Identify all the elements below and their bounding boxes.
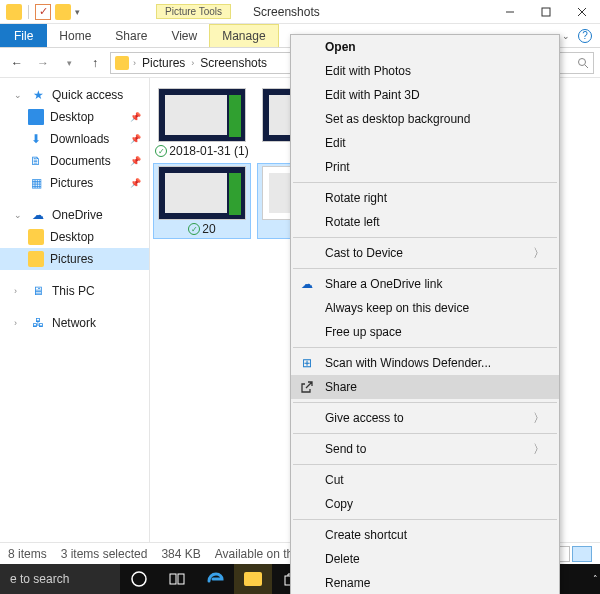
onedrive-desktop-node[interactable]: Desktop xyxy=(0,226,149,248)
search-placeholder: e to search xyxy=(10,572,69,586)
maximize-button[interactable] xyxy=(528,0,564,24)
chevron-right-icon[interactable]: › xyxy=(131,58,138,68)
ctx-open[interactable]: Open xyxy=(291,35,559,59)
onedrive-node[interactable]: ⌄☁OneDrive xyxy=(0,204,149,226)
ctx-cast-to-device[interactable]: Cast to Device〉 xyxy=(291,241,559,265)
new-folder-qat-icon[interactable] xyxy=(55,4,71,20)
taskbar-search[interactable]: e to search xyxy=(0,564,120,594)
context-menu: Open Edit with Photos Edit with Paint 3D… xyxy=(290,34,560,594)
ctx-give-access[interactable]: Give access to〉 xyxy=(291,406,559,430)
tray-overflow-icon[interactable]: ˄ xyxy=(593,574,598,584)
ctx-send-to[interactable]: Send to〉 xyxy=(291,437,559,461)
qat-dropdown-icon[interactable]: ▾ xyxy=(75,7,80,17)
ctx-create-shortcut[interactable]: Create shortcut xyxy=(291,523,559,547)
manage-tab[interactable]: Manage xyxy=(209,24,278,47)
ctx-copy[interactable]: Copy xyxy=(291,492,559,516)
pin-icon: 📌 xyxy=(130,134,141,144)
expand-ribbon-icon[interactable]: ⌄ xyxy=(562,31,570,41)
ctx-separator xyxy=(293,268,557,269)
ctx-separator xyxy=(293,402,557,403)
breadcrumb-screenshots[interactable]: Screenshots xyxy=(198,56,269,70)
search-icon xyxy=(577,57,589,69)
selection-size: 384 KB xyxy=(161,547,200,561)
sync-status-icon: ✓ xyxy=(188,223,200,235)
svg-rect-4 xyxy=(178,574,184,584)
ctx-separator xyxy=(293,519,557,520)
chevron-right-icon[interactable]: › xyxy=(189,58,196,68)
this-pc-node[interactable]: ›🖥This PC xyxy=(0,280,149,302)
shield-icon: ⊞ xyxy=(299,355,315,371)
pictures-node[interactable]: ▦Pictures📌 xyxy=(0,172,149,194)
cortana-icon[interactable] xyxy=(120,564,158,594)
svg-point-1 xyxy=(579,58,586,65)
home-tab[interactable]: Home xyxy=(47,24,103,47)
svg-rect-3 xyxy=(170,574,176,584)
network-node[interactable]: ›🖧Network xyxy=(0,312,149,334)
ctx-free-space[interactable]: Free up space xyxy=(291,320,559,344)
ctx-separator xyxy=(293,347,557,348)
up-button[interactable]: ↑ xyxy=(84,52,106,74)
window-buttons xyxy=(492,0,600,24)
ctx-rotate-right[interactable]: Rotate right xyxy=(291,186,559,210)
share-tab[interactable]: Share xyxy=(103,24,159,47)
ctx-edit[interactable]: Edit xyxy=(291,131,559,155)
ctx-separator xyxy=(293,237,557,238)
back-button[interactable]: ← xyxy=(6,52,28,74)
breadcrumb-pictures[interactable]: Pictures xyxy=(140,56,187,70)
ctx-separator xyxy=(293,433,557,434)
close-button[interactable] xyxy=(564,0,600,24)
forward-button[interactable]: → xyxy=(32,52,54,74)
ctx-rename[interactable]: Rename xyxy=(291,571,559,594)
ctx-edit-photos[interactable]: Edit with Photos xyxy=(291,59,559,83)
documents-node[interactable]: 🗎Documents📌 xyxy=(0,150,149,172)
folder-icon[interactable] xyxy=(6,4,22,20)
ctx-print[interactable]: Print xyxy=(291,155,559,179)
pin-icon: 📌 xyxy=(130,112,141,122)
view-tab[interactable]: View xyxy=(159,24,209,47)
downloads-node[interactable]: ⬇Downloads📌 xyxy=(0,128,149,150)
ctx-rotate-left[interactable]: Rotate left xyxy=(291,210,559,234)
ctx-share[interactable]: Share xyxy=(291,375,559,399)
file-name: 20 xyxy=(202,222,215,236)
quick-access-toolbar: ✓ ▾ xyxy=(0,0,86,23)
task-view-icon[interactable] xyxy=(158,564,196,594)
pin-icon: 📌 xyxy=(130,156,141,166)
folder-icon xyxy=(244,572,262,586)
tree-label: OneDrive xyxy=(52,208,103,222)
ctx-separator xyxy=(293,182,557,183)
ctx-share-onedrive[interactable]: ☁Share a OneDrive link xyxy=(291,272,559,296)
ctx-scan-defender[interactable]: ⊞Scan with Windows Defender... xyxy=(291,351,559,375)
file-item[interactable]: ✓2018-01-31 (1) xyxy=(154,86,250,160)
quick-access-node[interactable]: ⌄★Quick access xyxy=(0,84,149,106)
location-folder-icon xyxy=(115,56,129,70)
file-item[interactable]: ✓20 xyxy=(154,164,250,238)
submenu-arrow-icon: 〉 xyxy=(533,410,545,427)
thumbnails-view-button[interactable] xyxy=(572,546,592,562)
share-icon xyxy=(299,379,315,395)
svg-point-2 xyxy=(132,572,146,586)
history-dropdown-icon[interactable]: ▾ xyxy=(58,52,80,74)
submenu-arrow-icon: 〉 xyxy=(533,441,545,458)
navigation-pane: ⌄★Quick access Desktop📌 ⬇Downloads📌 🗎Doc… xyxy=(0,78,150,542)
onedrive-pictures-node[interactable]: Pictures xyxy=(0,248,149,270)
selection-count: 3 items selected xyxy=(61,547,148,561)
file-tab[interactable]: File xyxy=(0,24,47,47)
tree-label: Desktop xyxy=(50,110,94,124)
desktop-node[interactable]: Desktop📌 xyxy=(0,106,149,128)
thumbnail-image xyxy=(158,88,246,142)
ribbon-right-controls: ⌄ ? xyxy=(554,24,600,47)
ctx-cut[interactable]: Cut xyxy=(291,468,559,492)
minimize-button[interactable] xyxy=(492,0,528,24)
pin-icon: 📌 xyxy=(130,178,141,188)
tree-label: Network xyxy=(52,316,96,330)
ctx-always-keep[interactable]: Always keep on this device xyxy=(291,296,559,320)
title-bar: ✓ ▾ Picture Tools Screenshots xyxy=(0,0,600,24)
explorer-icon[interactable] xyxy=(234,564,272,594)
ctx-edit-paint3d[interactable]: Edit with Paint 3D xyxy=(291,83,559,107)
qat-separator xyxy=(28,5,29,19)
ctx-set-background[interactable]: Set as desktop background xyxy=(291,107,559,131)
help-icon[interactable]: ? xyxy=(578,29,592,43)
edge-icon[interactable] xyxy=(196,564,234,594)
properties-qat-icon[interactable]: ✓ xyxy=(35,4,51,20)
ctx-delete[interactable]: Delete xyxy=(291,547,559,571)
